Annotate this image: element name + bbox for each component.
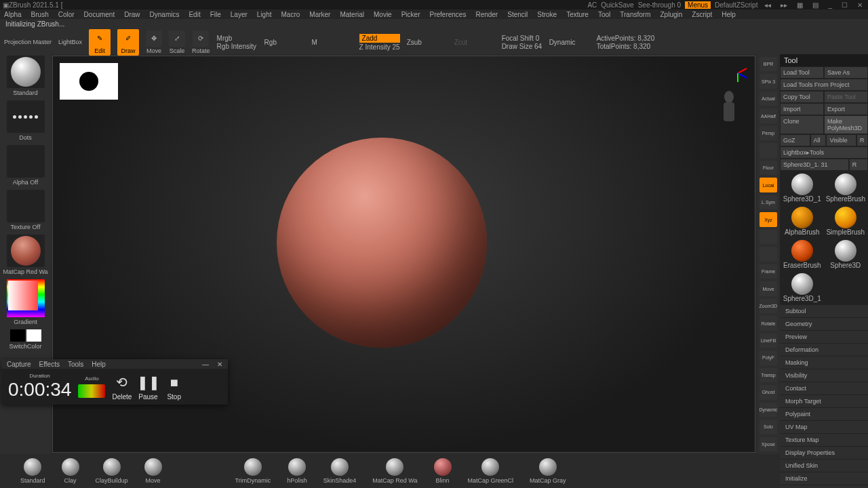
rstrip-floor[interactable]: Floor	[760, 161, 777, 175]
import-button[interactable]: Import	[780, 103, 824, 115]
section-morph-target[interactable]: Morph Target	[780, 395, 868, 408]
rec-pause[interactable]: ❚❚Pause	[138, 373, 157, 401]
rstrip-spix-3[interactable]: SPix 3	[760, 74, 777, 88]
tool-item-6[interactable]: Sphere3D_1	[781, 272, 823, 304]
menu-tool[interactable]: Tool	[598, 11, 610, 18]
rstrip-blank-11[interactable]	[760, 247, 777, 261]
camera-manikin-icon[interactable]	[717, 90, 741, 131]
draw-button[interactable]: ✐Draw	[117, 29, 139, 56]
tool-item-0[interactable]: Sphere3D_1	[781, 172, 823, 204]
menu-document[interactable]: Document	[84, 11, 115, 18]
brush-claybuildup[interactable]: ClayBuildup	[96, 458, 128, 484]
tool-header[interactable]: Tool	[780, 54, 868, 66]
brush-matcap-gray[interactable]: MatCap Gray	[530, 458, 566, 484]
rstrip-linefill[interactable]: LineFill	[760, 333, 777, 348]
rec-help[interactable]: Help	[92, 361, 106, 368]
rec-stop[interactable]: ■Stop	[165, 373, 184, 401]
section-texture-map[interactable]: Texture Map	[780, 434, 868, 447]
menu-zplugin[interactable]: Zplugin	[660, 11, 683, 18]
brush-clay[interactable]: Clay	[62, 458, 79, 484]
mrgb-toggle[interactable]: Mrgb	[217, 35, 258, 42]
rstrip-xyz[interactable]: Xyz	[760, 212, 777, 226]
menu-color[interactable]: Color	[58, 11, 75, 18]
menu-marker[interactable]: Marker	[309, 11, 330, 18]
section-display-properties[interactable]: Display Properties	[780, 447, 868, 460]
rstrip-solo[interactable]: Solo	[760, 420, 777, 434]
move-button[interactable]: ✥Move	[146, 30, 162, 54]
load-from-project[interactable]: Load Tools From Project	[780, 79, 868, 91]
rec-tools[interactable]: Tools	[68, 361, 83, 368]
save-as[interactable]: Save As	[824, 66, 868, 79]
scale-button[interactable]: ⤢Scale	[169, 30, 185, 54]
rotate-button[interactable]: ⟳Rotate	[192, 30, 210, 54]
section-export[interactable]: Export	[780, 485, 868, 488]
brush-trimdynamic[interactable]: TrimDynamic	[235, 458, 271, 484]
lightbox-tools[interactable]: Lightbox▸Tools	[780, 146, 868, 159]
menus-button[interactable]: Menus	[685, 1, 711, 9]
rgb-toggle[interactable]: Rgb	[264, 39, 305, 46]
dynamic-toggle[interactable]: Dynamic	[549, 39, 590, 46]
edit-button[interactable]: ✎Edit	[89, 29, 111, 56]
tool-item-2[interactable]: AlphaBrush	[781, 205, 823, 237]
rstrip-actual[interactable]: Actual	[760, 92, 777, 106]
menu-help[interactable]: Help	[722, 11, 736, 18]
menu-draw[interactable]: Draw	[124, 11, 140, 18]
max-icon[interactable]: ☐	[839, 1, 850, 9]
section-unified-skin[interactable]: Unified Skin	[780, 460, 868, 472]
rgb-intensity[interactable]: Rgb Intensity	[217, 43, 258, 50]
sphere-mesh[interactable]	[277, 138, 487, 348]
tool-item-1[interactable]: SphereBrush	[825, 172, 867, 204]
rec-capture[interactable]: Capture	[7, 361, 31, 368]
zcut-toggle[interactable]: Zcut	[454, 39, 495, 46]
brush-slot[interactable]	[7, 56, 45, 88]
section-initialize[interactable]: Initialize	[780, 472, 868, 485]
section-subtool[interactable]: Subtool	[780, 305, 868, 318]
zadd-toggle[interactable]: Zadd	[359, 34, 400, 43]
rstrip-move[interactable]: Move	[760, 281, 777, 296]
material-slot[interactable]	[7, 235, 45, 267]
menu-texture[interactable]: Texture	[566, 11, 589, 18]
goz-all[interactable]: All	[810, 134, 827, 146]
make-polymesh[interactable]: Make PolyMesh3D	[824, 115, 868, 134]
switch-color[interactable]: SwitchColor	[9, 343, 41, 350]
menu-transform[interactable]: Transform	[620, 11, 650, 18]
brush-matcap-greencl[interactable]: MatCap GreenCl	[468, 458, 514, 484]
goz-button[interactable]: GoZ	[780, 134, 810, 146]
tool-item-5[interactable]: Sphere3D	[825, 239, 867, 270]
zsub-toggle[interactable]: Zsub	[407, 39, 448, 46]
section-deformation[interactable]: Deformation	[780, 344, 868, 357]
menu-alpha[interactable]: Alpha	[4, 11, 22, 18]
load-tool[interactable]: Load Tool	[780, 66, 824, 79]
menu-brush[interactable]: Brush	[31, 11, 49, 18]
rec-min-icon[interactable]: —	[202, 361, 209, 368]
swatch-white[interactable]	[26, 329, 41, 342]
lightbox-button[interactable]: LightBox	[58, 39, 82, 45]
rec-close-icon[interactable]: ✕	[217, 361, 222, 368]
quicksave-button[interactable]: QuickSave	[601, 1, 633, 9]
document-thumb[interactable]	[60, 63, 118, 100]
brush-standard[interactable]: Standard	[20, 458, 45, 484]
section-masking[interactable]: Masking	[780, 357, 868, 369]
rstrip-persp[interactable]: Persp	[760, 126, 777, 140]
rstrip-polyf[interactable]: PolyF	[760, 350, 777, 365]
rstrip-xpose[interactable]: Xpose	[760, 437, 777, 451]
brush-move[interactable]: Move	[144, 458, 162, 484]
default-zscript[interactable]: DefaultZScript	[715, 1, 757, 9]
prev-icon[interactable]: ◂◂	[762, 1, 774, 9]
texture-slot[interactable]	[7, 190, 45, 222]
close-icon[interactable]: ✕	[854, 1, 865, 9]
z-intensity[interactable]: Z Intensity 25	[359, 43, 400, 51]
layout-icon[interactable]: ▤	[810, 1, 821, 9]
export-button[interactable]: Export	[824, 103, 868, 115]
menu-light[interactable]: Light	[257, 11, 272, 18]
rec-delete[interactable]: ⟲Delete	[112, 373, 132, 401]
menu-file[interactable]: File	[210, 11, 221, 18]
rstrip-local[interactable]: Local	[760, 178, 777, 192]
rstrip-aahalf[interactable]: AAHalf	[760, 108, 777, 123]
section-visibility[interactable]: Visibility	[780, 369, 868, 382]
next-icon[interactable]: ▸▸	[778, 1, 790, 9]
section-geometry[interactable]: Geometry	[780, 318, 868, 331]
tool-item-4[interactable]: EraserBrush	[781, 239, 823, 270]
section-contact[interactable]: Contact	[780, 382, 868, 395]
menu-movie[interactable]: Movie	[374, 11, 392, 18]
